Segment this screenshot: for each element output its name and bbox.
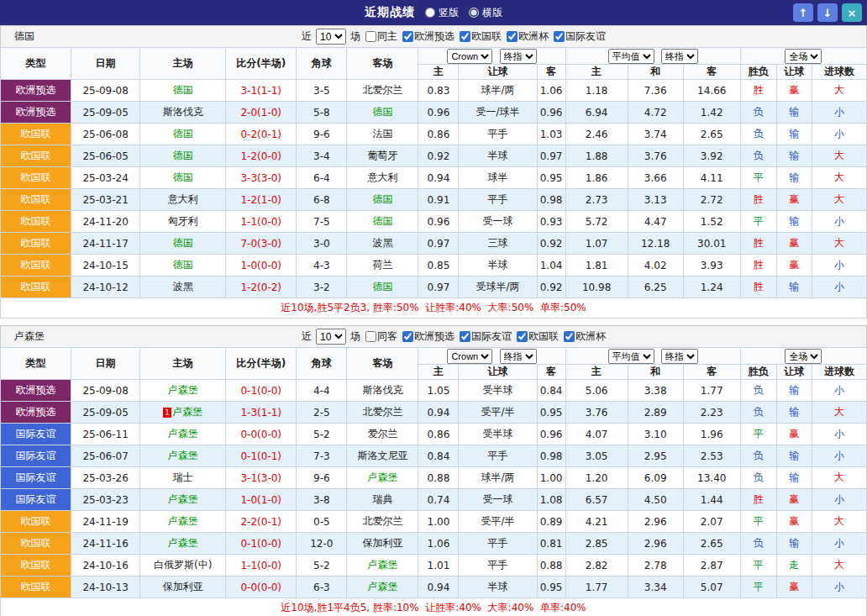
- score: 1-2(0-2): [226, 276, 297, 298]
- competition-filter[interactable]: 国际友谊: [554, 29, 606, 44]
- col-header-type: 类型: [1, 48, 71, 80]
- same-venue-checkbox[interactable]: [365, 31, 376, 42]
- same-venue-checkbox[interactable]: [365, 331, 376, 342]
- result-goals: 小: [812, 211, 866, 233]
- competition-checkbox[interactable]: [554, 31, 565, 42]
- asia-odds-away: 1.06: [537, 80, 565, 102]
- euro-odds-home: 6.94: [565, 102, 628, 124]
- bookmaker-select[interactable]: Crown: [447, 49, 492, 64]
- competition-checkbox[interactable]: [507, 31, 518, 42]
- layout-option-horizontal[interactable]: 横版: [469, 6, 502, 20]
- asia-odds-away: 0.89: [537, 511, 565, 533]
- match-row: 国际友谊25-03-23卢森堡1-0(1-0)3-8瑞典0.74受一球1.086…: [1, 489, 867, 511]
- match-row: 欧国联24-11-20匈牙利1-1(0-0)7-5德国0.96受一球0.935.…: [1, 211, 867, 233]
- result-outcome: 负: [740, 533, 776, 555]
- euro-odds-source-select[interactable]: 平均值: [608, 49, 654, 64]
- home-team: 白俄罗斯(中): [140, 555, 226, 577]
- same-venue-filter[interactable]: 同客: [365, 329, 397, 344]
- result-handicap: 赢: [776, 424, 812, 445]
- horizontal-layout-label: 横版: [482, 6, 502, 20]
- home-team: 1卢森堡: [140, 402, 226, 424]
- match-date: 24-10-12: [71, 276, 140, 298]
- corners: 6-8: [297, 189, 347, 211]
- result-goals: 小: [812, 424, 866, 445]
- score: 1-3(1-1): [226, 402, 297, 424]
- asia-handicap: 受平/半: [459, 402, 537, 424]
- asia-odds-time-select[interactable]: 终指: [500, 49, 537, 64]
- score: 0-0(0-0): [226, 424, 297, 445]
- scope-select[interactable]: 全场: [785, 49, 822, 64]
- euro-odds-home: 4.21: [565, 511, 628, 533]
- match-row: 欧国联25-06-08德国0-2(0-1)9-6法国0.86平手1.032.46…: [1, 124, 867, 145]
- score: 0-1(0-0): [226, 533, 297, 555]
- asia-odds-away: 1.00: [537, 467, 565, 489]
- away-team: 波黑: [347, 233, 418, 255]
- move-down-button[interactable]: ↓: [817, 3, 838, 22]
- team-name: 卢森堡: [14, 329, 45, 344]
- scope-select[interactable]: 全场: [785, 349, 822, 364]
- euro-odds-draw: 3.13: [628, 189, 683, 211]
- vertical-layout-radio[interactable]: [425, 8, 435, 18]
- result-goals: 大: [812, 189, 866, 211]
- asia-odds-away: 0.81: [537, 533, 565, 555]
- corners: 4-3: [297, 255, 347, 276]
- competition-filter[interactable]: 欧洲预选: [402, 329, 455, 344]
- euro-odds-draw: 2.96: [628, 533, 683, 555]
- asia-handicap: 受球半/两: [459, 276, 537, 298]
- result-goals: 大: [812, 402, 866, 424]
- asia-handicap: 平手: [459, 189, 537, 211]
- competition-filter[interactable]: 国际友谊: [460, 329, 512, 344]
- result-handicap: 输: [776, 102, 812, 124]
- col-header-corner: 角球: [297, 48, 347, 80]
- competition-checkbox[interactable]: [564, 331, 575, 342]
- asia-odds-time-select[interactable]: 终指: [500, 349, 537, 364]
- euro-odds-away: 1.52: [683, 211, 740, 233]
- competition-checkbox[interactable]: [402, 31, 413, 42]
- down-arrow-icon: ↓: [823, 7, 833, 19]
- asia-odds-away: 1.03: [537, 124, 565, 145]
- euro-odds-draw: 6.25: [628, 276, 683, 298]
- competition-type-badge: 国际友谊: [1, 445, 71, 467]
- euro-odds-time-select[interactable]: 终指: [661, 49, 698, 64]
- asia-odds-home: 0.85: [418, 255, 459, 276]
- euro-odds-away: 2.53: [683, 445, 740, 467]
- subcol-result-outcome: 胜负: [740, 365, 776, 380]
- competition-filter[interactable]: 欧洲杯: [507, 29, 549, 44]
- euro-odds-time-select[interactable]: 终指: [661, 349, 698, 364]
- competition-filter[interactable]: 欧洲杯: [564, 329, 606, 344]
- move-up-button[interactable]: ↑: [793, 3, 813, 22]
- competition-label: 欧洲预选: [414, 329, 455, 344]
- asia-handicap: 受一球: [459, 489, 537, 511]
- close-icon: ×: [848, 7, 857, 19]
- home-team: 德国: [140, 145, 226, 167]
- recent-count-select[interactable]: 10: [316, 329, 346, 345]
- layout-option-vertical[interactable]: 竖版: [425, 6, 459, 20]
- euro-odds-source-select[interactable]: 平均值: [608, 349, 654, 364]
- competition-filter[interactable]: 欧国联: [460, 29, 502, 44]
- same-venue-filter[interactable]: 同主: [365, 29, 397, 44]
- competition-checkbox[interactable]: [517, 331, 528, 342]
- competition-checkbox[interactable]: [460, 31, 470, 42]
- competition-checkbox[interactable]: [402, 331, 413, 342]
- competition-checkbox[interactable]: [460, 331, 470, 342]
- match-row: 国际友谊25-06-07卢森堡0-1(0-1)7-3斯洛文尼亚0.84平手0.9…: [1, 445, 867, 467]
- asia-odds-home: 0.92: [418, 145, 459, 167]
- match-row: 欧国联24-11-16卢森堡0-1(0-0)12-0保加利亚1.06平手0.81…: [1, 533, 867, 555]
- result-outcome: 平: [740, 167, 776, 189]
- home-team: 波黑: [140, 276, 226, 298]
- asia-handicap: 受半球: [459, 380, 537, 402]
- euro-odds-draw: 3.74: [628, 124, 683, 145]
- subcol-euro-home: 主: [565, 365, 628, 380]
- horizontal-layout-radio[interactable]: [469, 8, 479, 18]
- competition-filter[interactable]: 欧洲预选: [402, 29, 455, 44]
- asia-handicap: 半球: [459, 577, 537, 598]
- close-button[interactable]: ×: [842, 3, 862, 22]
- asia-odds-home: 0.97: [418, 233, 459, 255]
- col-header-home: 主场: [140, 348, 226, 380]
- bookmaker-select[interactable]: Crown: [447, 349, 492, 364]
- team-section-germany: 德国 近 10 场 同主 欧洲预选 欧国联 欧洲杯 国际友: [0, 25, 867, 319]
- competition-filter[interactable]: 欧国联: [517, 329, 559, 344]
- subcol-euro-home: 主: [565, 65, 628, 80]
- result-outcome: 负: [740, 445, 776, 467]
- recent-count-select[interactable]: 10: [316, 29, 346, 45]
